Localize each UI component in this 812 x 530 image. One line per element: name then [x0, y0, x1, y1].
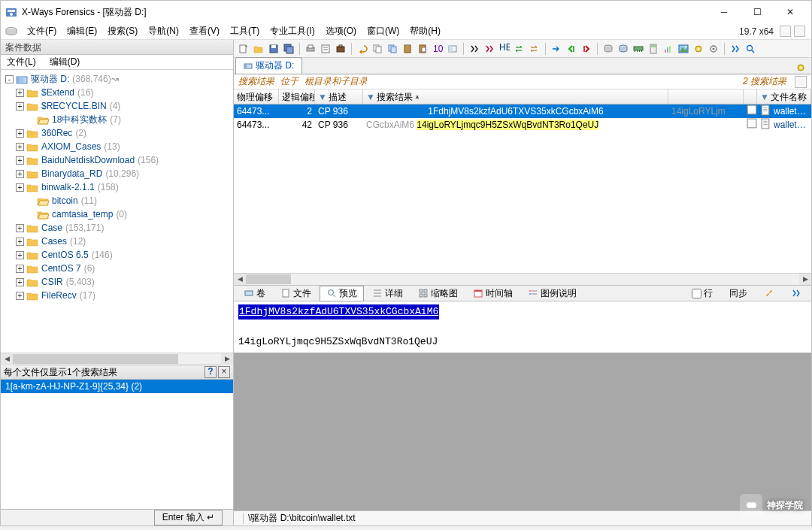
replace-hex-icon[interactable]: [528, 42, 541, 56]
print-icon[interactable]: [304, 42, 317, 56]
close-panel-icon[interactable]: ×: [218, 366, 230, 378]
dtab-legend[interactable]: 图例说明: [521, 286, 583, 301]
enter-button[interactable]: Enter 输入 ↵: [154, 510, 223, 525]
hex-icon[interactable]: 101: [431, 42, 444, 56]
menu-search[interactable]: 搜索(S): [102, 23, 143, 39]
scroll-right-icon[interactable]: ▶: [799, 274, 811, 285]
filter-icon[interactable]: ▼: [366, 89, 375, 104]
tree-item[interactable]: +$RECYCLE.BIN(4): [13, 99, 232, 113]
expand-toggle-icon[interactable]: +: [16, 238, 24, 246]
disk-icon[interactable]: [601, 42, 615, 56]
expand-toggle-icon[interactable]: +: [16, 265, 24, 273]
expand-toggle-icon[interactable]: +: [16, 156, 24, 165]
menu-protools[interactable]: 专业工具(I): [265, 23, 320, 39]
crumb-scope[interactable]: 根目录和子目录: [304, 75, 368, 88]
find-icon[interactable]: [468, 42, 481, 56]
gear-tb-icon[interactable]: [692, 42, 705, 56]
replace-icon[interactable]: [513, 42, 526, 56]
scroll-left-icon[interactable]: ◀: [234, 274, 246, 285]
expand-toggle-icon[interactable]: +: [16, 129, 24, 138]
dtab-file[interactable]: 文件: [274, 286, 318, 301]
expand-toggle-icon[interactable]: +: [16, 143, 24, 151]
tree-item[interactable]: +camtasia_temp(0): [23, 207, 232, 221]
tree-item[interactable]: +Cases(12): [13, 235, 232, 248]
line-toggle[interactable]: 行: [685, 286, 720, 301]
tree-item[interactable]: -驱动器 D:(368,746) ↝: [2, 72, 232, 86]
scroll-thumb[interactable]: [246, 274, 291, 284]
expand-toggle-icon[interactable]: -: [5, 75, 14, 83]
restore-down-icon[interactable]: [780, 26, 791, 37]
expand-toggle-icon[interactable]: +: [16, 292, 24, 300]
dtab-preview[interactable]: 预览: [320, 286, 364, 301]
maximize-button[interactable]: ☐: [741, 2, 774, 23]
cell-check[interactable]: [744, 104, 757, 118]
col-physical-offset[interactable]: 物理偏移: [234, 89, 279, 104]
dtab-volume[interactable]: 卷: [237, 286, 272, 301]
result-row[interactable]: 64473...42CP 936CGcbxAiM6 14igLoRYLjmqc9…: [234, 118, 811, 132]
go-offset-icon[interactable]: [550, 42, 563, 56]
undo-icon[interactable]: [356, 42, 369, 56]
dtab-find-icon[interactable]: [784, 286, 808, 301]
crumb-tool-icon[interactable]: [795, 76, 807, 88]
menu-help[interactable]: 帮助(H): [404, 23, 446, 39]
back-icon[interactable]: [565, 42, 578, 56]
preview-line-2[interactable]: 14igLoRYLjmqc9H5ZSxWqBvdNT3Ro1QeUJ: [238, 336, 438, 347]
dtab-pin-icon[interactable]: [757, 286, 781, 301]
copy-block-icon[interactable]: [386, 42, 399, 56]
dtab-details[interactable]: 详细: [365, 286, 410, 301]
tab-options-icon[interactable]: [795, 62, 807, 74]
scroll-right-icon[interactable]: ▶: [221, 353, 233, 365]
picture-icon[interactable]: [677, 42, 690, 56]
tree-item[interactable]: +FileRecv(17): [13, 289, 232, 302]
new-case-icon[interactable]: [237, 42, 250, 56]
tree-item[interactable]: +AXIOM_Cases(13): [13, 140, 232, 153]
expand-toggle-icon[interactable]: +: [16, 183, 24, 192]
open-icon[interactable]: [252, 42, 265, 56]
col-logical-offset[interactable]: 逻辑偏移: [279, 89, 315, 104]
menu-window[interactable]: 窗口(W): [362, 23, 404, 39]
case-icon[interactable]: [334, 42, 347, 56]
tab-drive-d[interactable]: 驱动器 D:: [235, 57, 302, 74]
copy-icon[interactable]: [371, 42, 384, 56]
tree-item[interactable]: +360Rec(2): [13, 126, 232, 140]
row-checkbox-icon[interactable]: [747, 104, 757, 116]
dtab-timeline[interactable]: 时间轴: [466, 286, 520, 301]
paste-write-icon[interactable]: [416, 42, 429, 56]
expand-toggle-icon[interactable]: +: [16, 278, 24, 286]
tree-item[interactable]: +CSIR(5,403): [13, 275, 232, 289]
scroll-left-icon[interactable]: ◀: [1, 353, 13, 365]
search-term-item[interactable]: 1[a-km-zA-HJ-NP-Z1-9]{25,34} (2): [1, 380, 233, 393]
filter-icon[interactable]: ▼: [760, 89, 769, 104]
props-icon[interactable]: [319, 42, 332, 56]
grid-h-scrollbar[interactable]: ◀ ▶: [234, 273, 811, 285]
calc-icon[interactable]: [647, 42, 660, 56]
crumb-results[interactable]: 搜索结果: [238, 75, 274, 88]
child-close-icon[interactable]: [794, 26, 805, 37]
save-project-icon[interactable]: [282, 42, 295, 56]
ram-icon[interactable]: [632, 42, 645, 56]
dtab-sync[interactable]: 同步: [723, 286, 754, 301]
scroll-thumb[interactable]: [13, 354, 178, 364]
define-block-icon[interactable]: [446, 42, 459, 56]
disk2-icon[interactable]: [617, 42, 630, 56]
menu-options[interactable]: 选项(O): [320, 23, 362, 39]
find-hex-label-icon[interactable]: HEX: [498, 42, 511, 56]
tree-item[interactable]: +Binarydata_RD(10,296): [13, 167, 232, 180]
row-checkbox-icon[interactable]: [747, 118, 757, 129]
tree-item[interactable]: +Case(153,171): [13, 221, 232, 235]
expand-toggle-icon[interactable]: +: [16, 170, 24, 178]
dtab-thumbs[interactable]: 缩略图: [411, 286, 465, 301]
close-button[interactable]: ✕: [774, 2, 807, 23]
analyze-icon[interactable]: [662, 42, 675, 56]
sync-view-icon[interactable]: [729, 42, 742, 56]
tree-item[interactable]: +binwalk-2.1.1(158): [13, 180, 232, 194]
preview-line-1[interactable]: 1FdhjMV8s2kzfAdU6TXVS35xkCGcbxAiM6: [238, 304, 439, 320]
menu-tools[interactable]: 工具(T): [225, 23, 265, 39]
sync-search-icon[interactable]: [744, 42, 757, 56]
tree-h-scrollbar[interactable]: ◀ ▶: [1, 353, 233, 365]
result-row[interactable]: 64473...2CP 9361FdhjMV8s2kzfAdU6TXVS35xk…: [234, 104, 811, 118]
case-file-menu[interactable]: 文件(L): [4, 55, 39, 69]
expand-toggle-icon[interactable]: +: [16, 224, 24, 232]
case-edit-menu[interactable]: 编辑(D): [47, 55, 83, 69]
line-checkbox[interactable]: [692, 289, 701, 298]
